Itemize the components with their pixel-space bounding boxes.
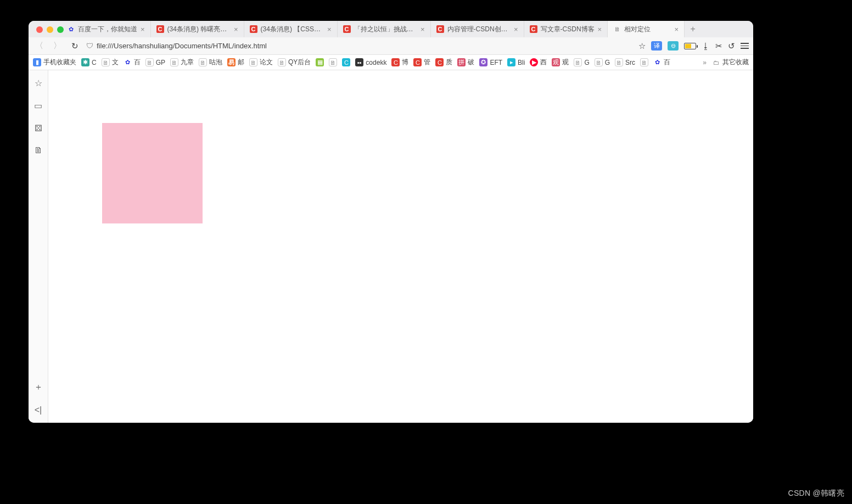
tab-favicon-csdn-icon: C bbox=[250, 25, 257, 33]
bookmark-3[interactable]: ✿百 bbox=[124, 58, 141, 67]
bookmark-5[interactable]: 🗎九章 bbox=[170, 58, 194, 67]
bookmark-19[interactable]: ▸Bli bbox=[507, 58, 525, 66]
tab-2[interactable]: C(34条消息) 【CSS】定× bbox=[244, 21, 338, 37]
translate-button[interactable]: 译 bbox=[651, 41, 662, 51]
bookmark-26[interactable]: ✿百 bbox=[653, 58, 670, 67]
rail-favorites-icon[interactable]: ☆ bbox=[35, 78, 42, 88]
bookmark-label: 博 bbox=[402, 58, 408, 67]
tab-close-button[interactable]: × bbox=[141, 25, 145, 33]
rail-collapse-button[interactable]: <| bbox=[35, 405, 42, 415]
bookmark-7[interactable]: 易邮 bbox=[227, 58, 244, 67]
bookmarks-overflow-button[interactable]: » bbox=[703, 59, 707, 66]
bookmark-label: Bli bbox=[518, 59, 525, 66]
bookmark-label: C bbox=[92, 59, 97, 66]
tab-0[interactable]: ✿百度一下，你就知道× bbox=[61, 21, 151, 37]
bookmark-icon: 🗎 bbox=[102, 58, 110, 66]
bookmark-21[interactable]: 观观 bbox=[552, 58, 569, 67]
bookmark-icon: ✱ bbox=[81, 58, 89, 66]
bookmark-label: 西 bbox=[540, 58, 547, 67]
tab-4[interactable]: C内容管理-CSDN创作中× bbox=[431, 21, 524, 37]
bookmark-15[interactable]: C管 bbox=[413, 58, 430, 67]
bookmark-icon: 观 bbox=[552, 58, 560, 66]
bookmark-14[interactable]: C博 bbox=[391, 58, 408, 67]
maximize-window-button[interactable] bbox=[57, 26, 64, 33]
forward-button[interactable]: 〉 bbox=[51, 41, 64, 51]
rail-reading-icon[interactable]: ▭ bbox=[34, 100, 42, 111]
rail-notes-icon[interactable]: 🗎 bbox=[34, 145, 43, 155]
blocker-button[interactable]: ⊖ bbox=[668, 41, 679, 51]
bookmark-9[interactable]: 🗎QY后台 bbox=[278, 58, 311, 67]
tab-5[interactable]: C写文章-CSDN博客× bbox=[524, 21, 608, 37]
tab-close-button[interactable]: × bbox=[598, 25, 602, 33]
tab-close-button[interactable]: × bbox=[675, 25, 679, 33]
bookmark-icon: C bbox=[391, 58, 400, 66]
bookmark-16[interactable]: C质 bbox=[435, 58, 452, 67]
shield-icon: 🛡 bbox=[86, 42, 93, 50]
bookmark-icon: 🗎 bbox=[249, 58, 257, 66]
bookmark-label: G bbox=[584, 59, 589, 66]
rail-add-button[interactable]: ＋ bbox=[34, 382, 43, 393]
minimize-window-button[interactable] bbox=[47, 26, 53, 33]
bookmark-0[interactable]: ▮手机收藏夹 bbox=[33, 58, 76, 67]
tab-close-button[interactable]: × bbox=[421, 25, 425, 33]
folder-icon: 🗀 bbox=[712, 58, 720, 66]
watermark: CSDN @韩曙亮 bbox=[788, 489, 844, 499]
bookmark-label: G bbox=[605, 59, 610, 66]
bookmark-icon: 易 bbox=[227, 58, 236, 66]
bookmark-label: 管 bbox=[424, 58, 430, 67]
bookmark-10[interactable]: ▦ bbox=[316, 58, 324, 66]
tab-favicon-baidu-icon: ✿ bbox=[67, 25, 75, 33]
download-icon[interactable]: ⭳ bbox=[702, 41, 710, 51]
bookmark-2[interactable]: 🗎文 bbox=[102, 58, 119, 67]
bookmark-1[interactable]: ✱C bbox=[81, 58, 97, 66]
bookmark-6[interactable]: 🗎咕泡 bbox=[199, 58, 222, 67]
tab-close-button[interactable]: × bbox=[514, 25, 518, 33]
bookmark-label: 咕泡 bbox=[209, 58, 222, 67]
restore-icon[interactable]: ↺ bbox=[728, 41, 735, 51]
bookmark-23[interactable]: 🗎G bbox=[595, 58, 610, 66]
scissors-icon[interactable]: ✂ bbox=[715, 41, 722, 51]
bookmark-13[interactable]: ▪▪codekk bbox=[355, 58, 386, 66]
bookmark-12[interactable]: C bbox=[342, 58, 350, 66]
tab-1[interactable]: C(34条消息) 韩曙亮的博× bbox=[151, 21, 244, 37]
window-controls bbox=[36, 26, 64, 33]
bookmark-11[interactable]: 🗎 bbox=[329, 58, 337, 66]
bookmark-label: 百 bbox=[664, 58, 670, 67]
bookmark-17[interactable]: 拼破 bbox=[457, 58, 474, 67]
bookmark-icon: 🗎 bbox=[615, 58, 623, 66]
favorite-star-icon[interactable]: ☆ bbox=[638, 41, 646, 51]
tab-close-button[interactable]: × bbox=[234, 25, 238, 33]
bookmark-label: EFT bbox=[490, 59, 502, 66]
bookmark-25[interactable]: 🗎 bbox=[640, 58, 648, 66]
bookmark-label: 九章 bbox=[181, 58, 194, 67]
address-field[interactable]: 🛡 file:///Users/hanshuliang/Documents/HT… bbox=[86, 42, 633, 50]
back-button[interactable]: 〈 bbox=[33, 41, 46, 51]
bookmark-20[interactable]: ▶西 bbox=[530, 58, 547, 67]
bookmark-icon: ✿ bbox=[653, 58, 662, 66]
bookmark-icon: 🗎 bbox=[278, 58, 286, 66]
bookmark-8[interactable]: 🗎论文 bbox=[249, 58, 273, 67]
menu-button[interactable] bbox=[741, 43, 749, 49]
page-viewport bbox=[48, 70, 753, 423]
other-bookmarks-folder[interactable]: 🗀其它收藏 bbox=[712, 58, 749, 67]
bookmark-icon: C bbox=[413, 58, 422, 66]
tab-title: (34条消息) 【CSS】定 bbox=[261, 25, 324, 34]
url-right-controls: ☆ 译 ⊖ ⭳ ✂ ↺ bbox=[638, 41, 749, 51]
tab-6[interactable]: 🗎相对定位× bbox=[608, 21, 685, 37]
tab-close-button[interactable]: × bbox=[327, 25, 332, 33]
url-bar: 〈 〉 ↻ 🛡 file:///Users/hanshuliang/Docume… bbox=[29, 37, 753, 55]
bookmark-18[interactable]: ✪EFT bbox=[479, 58, 502, 66]
bookmark-icon: 🗎 bbox=[199, 58, 207, 66]
bookmark-icon: ▶ bbox=[530, 58, 538, 66]
bookmark-24[interactable]: 🗎Src bbox=[615, 58, 635, 66]
close-window-button[interactable] bbox=[36, 26, 43, 33]
new-tab-button[interactable]: + bbox=[685, 24, 701, 34]
tab-3[interactable]: C「持之以恒」挑战赛-3× bbox=[338, 21, 431, 37]
bookmark-label: 观 bbox=[562, 58, 569, 67]
pink-box bbox=[102, 123, 203, 223]
rail-games-icon[interactable]: ⚄ bbox=[35, 123, 42, 133]
bookmark-4[interactable]: 🗎GP bbox=[145, 58, 165, 66]
reload-button[interactable]: ↻ bbox=[69, 41, 81, 51]
tab-favicon-csdn-icon: C bbox=[436, 25, 444, 33]
bookmark-22[interactable]: 🗎G bbox=[574, 58, 589, 66]
